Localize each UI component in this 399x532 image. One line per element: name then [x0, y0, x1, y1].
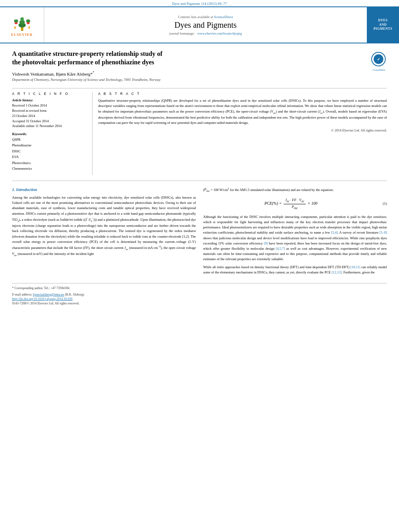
footnote-corresponding: * Corresponding author. Tel.: +47 735941… — [12, 286, 387, 291]
article-info-header: A R T I C L E I N F O — [12, 92, 88, 96]
journal-center-header: Contents lists available at ScienceDirec… — [44, 7, 367, 43]
history-line-1: Received 1 October 2014 — [12, 103, 88, 108]
history-section: Article history: Received 1 October 2014… — [12, 98, 88, 129]
crossmark-icon: ✓ — [371, 51, 386, 67]
svg-rect-0 — [21, 27, 23, 31]
history-line-4: Accepted 31 October 2014 — [12, 119, 88, 124]
svg-rect-9 — [28, 26, 30, 29]
right-logo-text: DYES AND PIGMENTS — [372, 16, 394, 33]
keyword-dssc: DSSC — [12, 148, 88, 154]
body-left-col: 1. Introduction Among the available tech… — [12, 187, 196, 277]
homepage-line: journal homepage: www.elsevier.com/locat… — [169, 31, 242, 35]
footer-area: * Corresponding author. Tel.: +47 735941… — [12, 283, 387, 305]
homepage-link[interactable]: www.elsevier.com/locate/dyepig — [197, 31, 242, 35]
abstract-col: A B S T R A C T Quantitative structure-p… — [98, 92, 387, 175]
keyword-photovoltaics: Photovoltaics — [12, 160, 88, 166]
crossmark-badge: ✓ CrossMark — [371, 51, 387, 72]
paper-content: A quantitative structure-property relati… — [0, 43, 399, 312]
history-line-2: Received in revised form — [12, 108, 88, 113]
keyword-chemometrics: Chemometrics — [12, 166, 88, 171]
body-two-col: 1. Introduction Among the available tech… — [12, 187, 387, 277]
journal-right-logo: DYES AND PIGMENTS — [367, 7, 399, 43]
sciencedirect-link[interactable]: ScienceDirect — [214, 15, 233, 19]
top-banner: Dyes and Pigments 114 (2015) 69–77 — [0, 0, 399, 7]
keyword-qspr: QSPR — [12, 137, 88, 142]
history-line-3: 23 October 2014 — [12, 113, 88, 119]
copyright-line: © 2014 Elsevier Ltd. All rights reserved… — [98, 128, 387, 132]
article-title: A quantitative structure-property relati… — [12, 50, 367, 67]
body-right-col: (Pinc = 100 W/cm2 for the AM1.5 simulate… — [203, 187, 387, 277]
equation-fraction: Jsc · FF · Voc Pinc — [284, 197, 306, 210]
doi-link: http://dx.doi.org/10.1016/j.dyepig.2014.… — [12, 297, 387, 301]
abstract-text: Quantitative structure-property relation… — [98, 98, 387, 125]
journal-volume-text: Dyes and Pigments 114 (2015) 69–77 — [172, 2, 227, 6]
issn-line: 0143-7208/© 2014 Elsevier Ltd. All right… — [12, 302, 387, 305]
article-info-col: A R T I C L E I N F O Article history: R… — [12, 92, 93, 175]
history-line-5: Available online 11 November 2014 — [12, 123, 88, 129]
section-divider — [12, 181, 387, 181]
equation-content: PCE(%) = Jsc · FF · Voc Pinc × 100 — [203, 197, 379, 210]
journal-title: Dyes and Pigments — [175, 21, 237, 30]
equation-denominator: Pinc — [290, 204, 299, 210]
intro-para-1: Among the available technologies for con… — [12, 195, 196, 258]
svg-text:✓: ✓ — [377, 57, 380, 62]
article-info-abstract: A R T I C L E I N F O Article history: R… — [12, 88, 387, 175]
equation-number: (1) — [383, 201, 387, 207]
svg-point-7 — [26, 19, 30, 23]
article-title-section: A quantitative structure-property relati… — [12, 50, 387, 85]
affiliation: Department of Chemistry, Norwegian Unive… — [12, 78, 367, 82]
svg-point-3 — [20, 17, 24, 21]
intro-para-3: While ab initio approaches based on dens… — [203, 265, 387, 275]
authors: Vishwesh Venkatraman, Bjørn Kåre Alsberg… — [12, 71, 367, 76]
keyword-eva: EVA — [12, 154, 88, 160]
elsevier-logo: ELSEVIER — [0, 7, 44, 43]
doi-url[interactable]: http://dx.doi.org/10.1016/j.dyepig.2014.… — [12, 297, 72, 301]
history-label: Article history: — [12, 98, 88, 102]
equation-pce: PCE(%) = Jsc · FF · Voc Pinc × 100 (1) — [203, 197, 387, 210]
keyword-phenothiazine: Phenothiazine — [12, 142, 88, 148]
footer-email-line: E-mail address: bjorn.kalsberg@ntnu.no (… — [12, 292, 387, 297]
pinc-line: (Pinc = 100 W/cm2 for the AM1.5 simulate… — [203, 187, 387, 193]
article-title-area: A quantitative structure-property relati… — [12, 50, 367, 85]
equation-numerator: Jsc · FF · Voc — [284, 197, 306, 204]
svg-point-5 — [14, 19, 18, 23]
elsevier-wordmark: ELSEVIER — [11, 33, 33, 37]
sciencedirect-line: Contents lists available at ScienceDirec… — [178, 15, 233, 19]
abstract-header: A B S T R A C T — [98, 92, 387, 96]
keywords-section: Keywords: QSPR Phenothiazine DSSC EVA Ph… — [12, 132, 88, 172]
svg-rect-8 — [14, 26, 16, 29]
author-email-link[interactable]: bjorn.kalsberg@ntnu.no — [33, 293, 64, 296]
crossmark-label: CrossMark — [371, 68, 387, 72]
section-1-title: 1. Introduction — [12, 187, 196, 193]
intro-para-2: Although the functioning of the DSSC inv… — [203, 214, 387, 262]
elsevier-tree-icon — [10, 14, 34, 32]
keywords-list: QSPR Phenothiazine DSSC EVA Photovoltaic… — [12, 137, 88, 172]
keywords-label: Keywords: — [12, 132, 88, 136]
journal-header: ELSEVIER Contents lists available at Sci… — [0, 7, 399, 43]
